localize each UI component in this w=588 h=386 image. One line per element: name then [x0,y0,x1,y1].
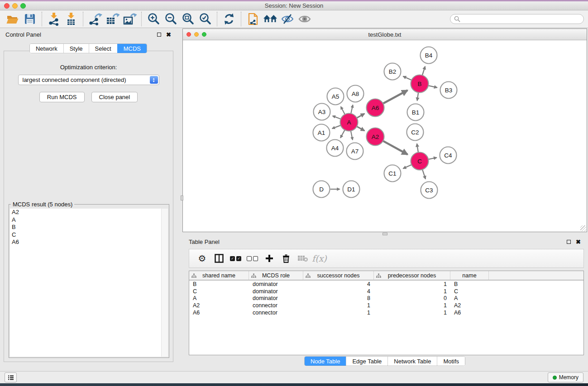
graph-edge-A2-C[interactable] [383,141,407,154]
tab-edge-table[interactable]: Edge Table [346,357,387,366]
table-cell[interactable]: A [189,295,249,301]
result-item[interactable]: A2 [10,209,168,216]
graph-node-A[interactable]: A [340,114,358,131]
graph-edge-C-C1[interactable] [403,165,412,168]
select-all-columns-button[interactable]: ✓✓ [227,250,244,267]
deselect-all-columns-button[interactable] [244,250,261,267]
graph-edge-B-B3[interactable] [428,86,437,87]
export-table-button[interactable] [104,11,121,27]
table-cell[interactable]: A2 [450,302,489,309]
table-cell[interactable]: C [450,288,489,295]
close-panel-icon[interactable]: ✖ [166,32,171,38]
tab-network[interactable]: Network [30,44,63,53]
show-task-history-button[interactable] [5,372,17,382]
result-scrollbar[interactable] [161,209,168,357]
new-network-from-selection-button[interactable] [244,11,262,27]
tab-node-table[interactable]: Node Table [305,357,346,366]
table-row[interactable]: Bdominator41B [189,281,583,288]
graph-node-B[interactable]: B [411,75,429,93]
export-network-button[interactable] [86,11,104,27]
save-session-button[interactable] [21,11,38,27]
table-cell[interactable]: 1 [303,302,374,309]
tab-select[interactable]: Select [89,44,117,53]
table-cell[interactable]: A [450,295,489,301]
function-builder-button[interactable]: f(x) [311,250,328,267]
column-header-shared-name[interactable]: shared name [189,271,249,280]
close-window-button[interactable] [4,3,10,9]
graph-node-A1[interactable]: A1 [313,124,330,141]
window-resize-grip[interactable] [580,225,586,231]
graph-node-C[interactable]: C [411,152,429,170]
column-header-predecessor-nodes[interactable]: predecessor nodes [374,271,450,280]
network-window-titlebar[interactable]: testGlobe.txt [183,29,587,40]
apply-layout-button[interactable] [220,11,238,27]
column-header-successor-nodes[interactable]: successor nodes [303,271,374,280]
graph-edge-A-A8[interactable] [351,105,353,114]
table-cell[interactable]: dominator [249,295,303,301]
tab-mcds[interactable]: MCDS [117,44,147,53]
table-cell[interactable]: 0 [374,295,450,301]
search-input[interactable] [450,14,584,24]
result-item[interactable]: C [10,231,168,239]
graph-node-A8[interactable]: A8 [347,86,364,102]
zoom-window-button[interactable] [20,3,26,9]
graph-node-C4[interactable]: C4 [440,147,457,164]
close-table-panel-icon[interactable]: ✖ [576,239,581,245]
show-hide-graphics-button[interactable] [296,11,313,27]
hide-annotations-button[interactable] [279,11,296,27]
zoom-out-button[interactable] [162,11,179,27]
criterion-dropdown[interactable]: largest connected component (directed) ▲… [18,75,159,85]
graph-edge-A-A1[interactable] [332,125,341,129]
graph-edge-A-A3[interactable] [333,116,341,119]
graph-node-A6[interactable]: A6 [367,99,384,117]
import-table-button[interactable] [62,11,80,27]
float-table-panel-icon[interactable] [567,240,571,244]
graph-node-A7[interactable]: A7 [347,143,363,160]
table-cell[interactable]: 1 [303,310,374,316]
network-canvas[interactable]: B4B2BB3A8A5A6A3B1AC2A1A2A4A7C4CC1DD1C3 [183,41,587,232]
graph-node-A4[interactable]: A4 [327,140,344,157]
graph-edge-C-C2[interactable] [417,144,418,152]
import-network-button[interactable] [45,11,62,27]
graph-edge-A-A2[interactable] [357,126,364,131]
minimize-network-button[interactable] [194,32,199,37]
graph-node-C2[interactable]: C2 [407,124,424,141]
table-row[interactable]: A2connector11A2 [189,302,583,309]
mcds-result-list[interactable]: A2ABCA6 [10,209,168,357]
close-panel-button[interactable]: Close panel [91,92,138,102]
table-cell[interactable]: A6 [189,310,249,316]
graph-node-A5[interactable]: A5 [327,88,344,105]
table-cell[interactable]: A2 [189,302,249,309]
result-item[interactable]: A6 [10,238,168,246]
table-cell[interactable]: dominator [249,288,303,295]
graph-node-D1[interactable]: D1 [343,181,360,198]
tab-network-table[interactable]: Network Table [387,357,437,366]
zoom-selected-button[interactable] [196,11,214,27]
column-header-MCDS-role[interactable]: MCDS role [249,271,303,280]
export-image-button[interactable] [121,11,138,27]
table-cell[interactable]: B [189,281,249,287]
create-column-button[interactable] [261,250,277,267]
table-cell[interactable]: 1 [374,281,450,287]
graph-node-C1[interactable]: C1 [384,165,401,182]
graph-edge-A-A5[interactable] [341,106,345,114]
table-row[interactable]: A6connector11A6 [189,309,583,316]
zoom-network-button[interactable] [202,32,206,37]
graph-edge-A-A7[interactable] [351,131,353,140]
zoom-fit-button[interactable] [179,11,196,27]
table-cell[interactable]: A6 [450,310,489,316]
tab-style[interactable]: Style [63,44,89,53]
delete-table-button[interactable] [294,250,311,267]
result-item[interactable]: A [10,216,168,224]
table-settings-button[interactable]: ⚙ [194,250,210,267]
show-all-networks-button[interactable] [262,11,279,27]
tab-motifs[interactable]: Motifs [437,357,465,366]
network-graph[interactable]: B4B2BB3A8A5A6A3B1AC2A1A2A4A7C4CC1DD1C3 [183,41,587,232]
graph-node-A3[interactable]: A3 [314,104,330,120]
memory-button[interactable]: Memory [548,372,583,382]
graph-edge-A-A6[interactable] [357,114,364,118]
graph-edge-C-C3[interactable] [422,170,425,179]
graph-node-B3[interactable]: B3 [440,82,457,99]
table-cell[interactable]: 1 [374,302,450,309]
zoom-in-button[interactable] [145,11,162,27]
